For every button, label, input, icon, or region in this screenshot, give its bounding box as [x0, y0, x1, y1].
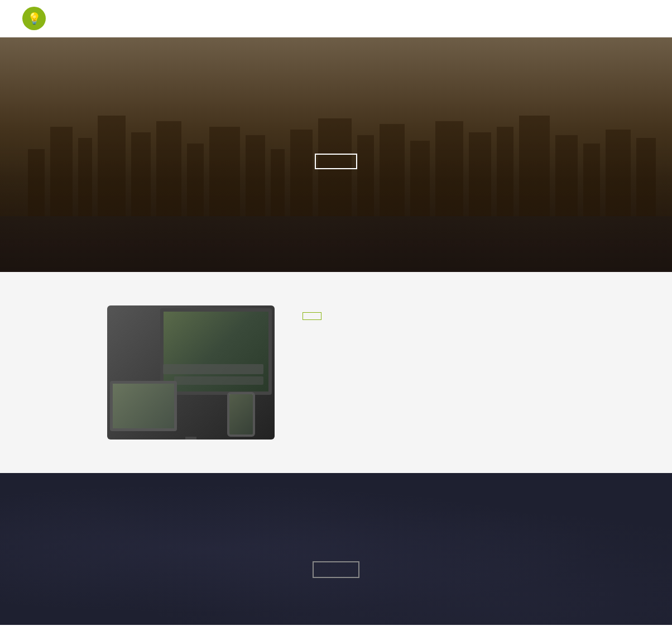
svg-rect-9: [246, 135, 265, 216]
svg-rect-18: [497, 127, 513, 216]
welcome-col-1: [303, 346, 425, 350]
svg-rect-17: [469, 132, 491, 216]
welcome-badge: [303, 312, 321, 320]
svg-rect-10: [271, 149, 285, 216]
device-mockup: [107, 305, 275, 440]
svg-rect-14: [380, 124, 405, 216]
svg-rect-19: [519, 116, 550, 216]
hero-next-button[interactable]: [650, 149, 661, 160]
svg-rect-7: [187, 144, 204, 216]
mock-tablet: [110, 381, 177, 431]
welcome-col-2: [442, 346, 565, 350]
svg-rect-16: [435, 121, 463, 216]
svg-rect-2: [50, 127, 73, 216]
logo[interactable]: 💡: [22, 7, 51, 30]
welcome-inner: [85, 305, 587, 440]
svg-rect-15: [410, 141, 430, 216]
svg-rect-22: [606, 130, 631, 216]
features-cta-button[interactable]: [313, 561, 359, 578]
header: 💡: [0, 0, 672, 37]
svg-rect-24: [0, 216, 672, 272]
features-cta-wrap: [0, 561, 672, 580]
welcome-section: [0, 272, 672, 473]
mock-phone: [227, 392, 255, 437]
hero-content: [304, 138, 368, 171]
hero-section: [0, 37, 672, 272]
svg-rect-5: [131, 132, 151, 216]
svg-rect-20: [555, 135, 578, 216]
welcome-columns: [303, 346, 565, 350]
welcome-image: [107, 305, 275, 440]
svg-rect-3: [78, 138, 92, 216]
svg-rect-6: [156, 121, 181, 216]
features-section: [0, 473, 672, 625]
hero-prev-button[interactable]: [11, 149, 22, 160]
svg-rect-21: [583, 144, 600, 216]
hero-cta-button[interactable]: [315, 154, 357, 169]
svg-rect-1: [28, 149, 45, 216]
svg-rect-8: [209, 127, 240, 216]
stars-decoration: [0, 473, 672, 625]
welcome-text: [303, 305, 565, 350]
svg-rect-4: [98, 116, 126, 216]
logo-icon: 💡: [22, 7, 46, 30]
